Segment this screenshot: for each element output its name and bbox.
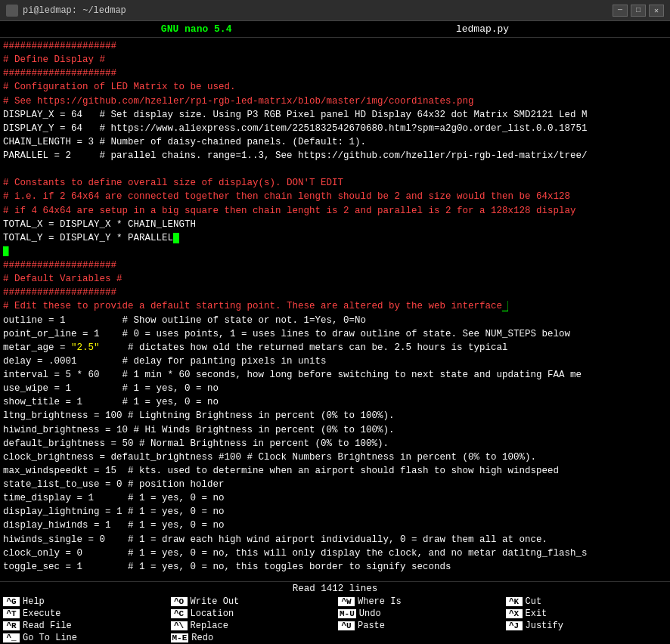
key-help: ^G bbox=[3, 597, 20, 606]
label-read-file: Read File bbox=[23, 621, 72, 631]
label-write-out: Write Out bbox=[191, 596, 240, 607]
line-29: hiwind_brightness = 10 # Hi Winds Bright… bbox=[0, 423, 670, 437]
key-paste: ^U bbox=[338, 621, 355, 630]
line-35: display_lightning = 1 # 1 = yes, 0 = no bbox=[0, 505, 670, 519]
line-6: DISPLAY_X = 64 # Set display size. Using… bbox=[0, 108, 670, 122]
footer-location[interactable]: ^C Location bbox=[168, 608, 336, 620]
line-20: # Edit these to provide a default starti… bbox=[0, 299, 670, 313]
line-1: #################### bbox=[0, 39, 670, 53]
line-14: TOTAL_X = DISPLAY_X * CHAIN_LENGTH bbox=[0, 218, 670, 231]
key-write-out: ^O bbox=[171, 597, 188, 606]
label-undo: Undo bbox=[359, 608, 381, 619]
footer-where-is[interactable]: ^W Where Is bbox=[335, 596, 503, 608]
label-replace: Replace bbox=[191, 621, 228, 631]
line-26: use_wipe = 1 # 1 = yes, 0 = no bbox=[0, 382, 670, 395]
footer-execute[interactable]: ^T Execute bbox=[0, 608, 168, 620]
maximize-button[interactable]: □ bbox=[631, 5, 646, 17]
footer-row-2: ^R Read File ^\ Replace ^U Paste ^J Just… bbox=[0, 620, 670, 632]
line-17: #################### bbox=[0, 259, 670, 272]
label-execute: Execute bbox=[23, 608, 60, 619]
status-bar: Read 1412 lines bbox=[0, 581, 670, 596]
key-location: ^C bbox=[171, 609, 188, 618]
footer-help[interactable]: ^G Help bbox=[0, 596, 168, 608]
label-exit: Exit bbox=[526, 608, 547, 619]
footer-write-out[interactable]: ^O Write Out bbox=[168, 596, 336, 608]
key-where-is: ^W bbox=[338, 597, 355, 606]
label-paste: Paste bbox=[358, 621, 385, 631]
line-33: state_list_to_use = 0 # position holder bbox=[0, 478, 670, 491]
label-where-is: Where Is bbox=[358, 596, 402, 607]
line-25: interval = 5 * 60 # 1 min * 60 seconds, … bbox=[0, 368, 670, 382]
footer-row-1b: ^T Execute ^C Location M-U Undo ^X Exit bbox=[0, 608, 670, 620]
terminal-icon bbox=[6, 5, 18, 17]
line-19: #################### bbox=[0, 286, 670, 299]
key-execute: ^T bbox=[3, 609, 20, 618]
footer-undo[interactable]: M-U Undo bbox=[335, 608, 503, 620]
line-8: CHAIN_LENGTH = 3 # Number of daisy-chain… bbox=[0, 135, 670, 149]
key-cut: ^K bbox=[506, 597, 523, 606]
label-redo: Redo bbox=[191, 633, 213, 643]
line-16: █ bbox=[0, 245, 670, 259]
line-32: max_windspeedkt = 15 # kts. used to dete… bbox=[0, 464, 670, 478]
line-11: # Constants to define overall size of di… bbox=[0, 176, 670, 190]
key-read-file: ^R bbox=[3, 621, 20, 630]
label-cut: Cut bbox=[526, 596, 542, 607]
close-button[interactable]: ✕ bbox=[649, 5, 664, 17]
editor-container: GNU nano 5.4 ledmap.py #################… bbox=[0, 21, 670, 644]
line-27: show_title = 1 # 1 = yes, 0 = no bbox=[0, 395, 670, 409]
footer-row-2b: ^_ Go To Line M-E Redo bbox=[0, 632, 670, 644]
filename-spacer bbox=[237, 23, 450, 35]
line-24: delay = .0001 # delay for painting pixel… bbox=[0, 355, 670, 368]
line-9: PARALLEL = 2 # parallel chains. range=1.… bbox=[0, 149, 670, 163]
line-28: ltng_brightness = 100 # Lightning Bright… bbox=[0, 409, 670, 423]
key-exit: ^X bbox=[506, 609, 523, 618]
label-location: Location bbox=[191, 608, 234, 619]
line-2: # Define Display # bbox=[0, 53, 670, 67]
footer-replace[interactable]: ^\ Replace bbox=[168, 620, 336, 632]
key-undo: M-U bbox=[338, 609, 356, 618]
line-3: #################### bbox=[0, 67, 670, 80]
footer-justify[interactable]: ^J Justify bbox=[503, 620, 671, 632]
minimize-button[interactable]: ─ bbox=[613, 5, 628, 17]
footer-read-file[interactable]: ^R Read File bbox=[0, 620, 168, 632]
line-13: # if 4 64x64 are setup in a big square t… bbox=[0, 204, 670, 218]
footer-exit[interactable]: ^X Exit bbox=[503, 608, 671, 620]
line-18: # Default Variables # bbox=[0, 272, 670, 286]
line-31: clock_brightness = default_brightness #1… bbox=[0, 450, 670, 464]
app-name: GNU nano 5.4 bbox=[161, 23, 232, 35]
line-7: DISPLAY_Y = 64 # https://www.aliexpress.… bbox=[0, 122, 670, 135]
key-justify: ^J bbox=[506, 621, 523, 630]
status-message: Read 1412 lines bbox=[293, 584, 378, 594]
label-justify: Justify bbox=[526, 621, 563, 631]
line-37: hiwinds_single = 0 # 1 = draw each high … bbox=[0, 533, 670, 546]
line-15: TOTAL_Y = DISPLAY_Y * PARALLEL bbox=[0, 231, 670, 245]
line-36: display_hiwinds = 1 # 1 = yes, 0 = no bbox=[0, 519, 670, 532]
line-4: # Configuration of LED Matrix to be used… bbox=[0, 80, 670, 94]
label-go-to-line: Go To Line bbox=[23, 633, 77, 643]
line-30: default_brightness = 50 # Normal Brightn… bbox=[0, 437, 670, 450]
footer-paste[interactable]: ^U Paste bbox=[335, 620, 503, 632]
footer-go-to-line[interactable]: ^_ Go To Line bbox=[0, 632, 168, 644]
footer-row-1: ^G Help ^O Write Out ^W Where Is ^K Cut bbox=[0, 596, 670, 608]
line-12: # i.e. if 2 64x64 are connected together… bbox=[0, 190, 670, 203]
label-help: Help bbox=[23, 596, 45, 607]
editor-header: GNU nano 5.4 ledmap.py bbox=[0, 21, 670, 38]
window-title: pi@ledmap: ~/ledmap bbox=[23, 5, 126, 16]
window-controls: ─ □ ✕ bbox=[613, 5, 664, 17]
line-10 bbox=[0, 163, 670, 176]
line-34: time_display = 1 # 1 = yes, 0 = no bbox=[0, 491, 670, 505]
line-5: # See https://github.com/hzeller/rpi-rgb… bbox=[0, 94, 670, 108]
key-go-to-line: ^_ bbox=[3, 633, 20, 642]
line-21: outline = 1 # Show outline of state or n… bbox=[0, 314, 670, 327]
footer-cut[interactable]: ^K Cut bbox=[503, 596, 671, 608]
line-38: clock_only = 0 # 1 = yes, 0 = no, this w… bbox=[0, 546, 670, 560]
key-redo: M-E bbox=[171, 633, 189, 642]
key-replace: ^\ bbox=[171, 621, 188, 630]
line-39: toggle_sec = 1 # 1 = yes, 0 = no, this t… bbox=[0, 560, 670, 574]
footer-redo[interactable]: M-E Redo bbox=[168, 632, 336, 644]
filename: ledmap.py bbox=[456, 23, 509, 35]
title-bar: pi@ledmap: ~/ledmap ─ □ ✕ bbox=[0, 0, 670, 21]
line-23: metar_age = "2.5" # dictates how old the… bbox=[0, 341, 670, 355]
line-22: point_or_line = 1 # 0 = uses points, 1 =… bbox=[0, 327, 670, 341]
editor-content[interactable]: #################### # Define Display # … bbox=[0, 38, 670, 581]
